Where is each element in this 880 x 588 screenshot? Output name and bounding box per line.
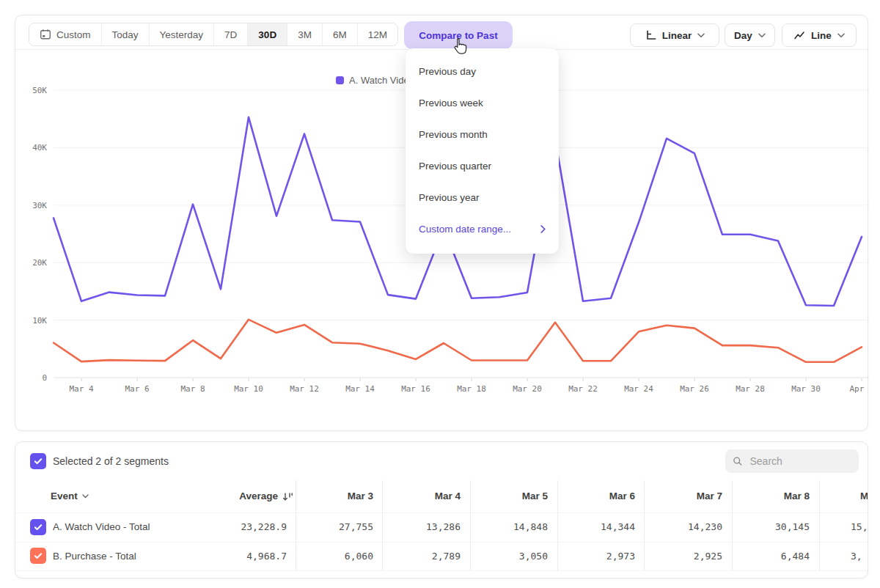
y-tick-label: 30K — [32, 201, 47, 210]
x-tick-label: Apr 1 — [849, 384, 869, 394]
table-row-a-watch-video-total: A. Watch Video - Total23,228.927,75513,2… — [15, 512, 868, 543]
chevron-down-icon — [837, 33, 845, 38]
x-tick-label: Mar 26 — [680, 384, 709, 394]
preset-label: Yesterday — [160, 29, 204, 40]
interval-dropdown[interactable]: Day — [725, 23, 775, 47]
sort-icon — [282, 492, 294, 501]
compare-menu: Previous dayPrevious weekPrevious monthP… — [406, 48, 559, 254]
column-header-event[interactable]: Event — [51, 480, 89, 512]
search-icon — [733, 455, 742, 467]
x-tick-label: Mar 18 — [457, 384, 486, 394]
cell-value: 14,230 — [688, 512, 722, 542]
average-value: 23,228.9 — [241, 512, 287, 542]
search-box[interactable] — [725, 449, 859, 473]
scale-label: Linear — [662, 30, 692, 41]
segment-label: B. Purchase - Total — [53, 542, 136, 570]
preset-7d[interactable]: 7D — [214, 23, 248, 45]
chart-type-label: Line — [811, 30, 832, 41]
compare-to-past-button[interactable]: Compare to Past — [406, 23, 510, 47]
chevron-down-icon — [758, 33, 766, 38]
scale-dropdown[interactable]: Linear — [630, 23, 719, 47]
chevron-right-icon — [540, 225, 546, 233]
x-tick-label: Mar 8 — [180, 384, 205, 394]
column-header-mar-6[interactable]: Mar 6 — [609, 480, 635, 512]
x-tick-label: Mar 30 — [791, 384, 821, 394]
check-icon — [34, 457, 43, 465]
x-tick-label: Mar 4 — [69, 384, 93, 394]
cell-value: 30,145 — [775, 512, 810, 542]
cell-value: 6,484 — [781, 542, 810, 570]
x-tick-label: Mar 28 — [736, 384, 765, 394]
menu-item-previous-month[interactable]: Previous month — [406, 119, 559, 150]
interval-label: Day — [734, 30, 752, 41]
column-header-mar-5[interactable]: Mar 5 — [522, 480, 548, 512]
cell-value: 13,286 — [426, 512, 461, 542]
preset-label: 30D — [258, 29, 276, 40]
header-label: Average — [239, 480, 278, 512]
chart-type-dropdown[interactable]: Line — [782, 23, 857, 47]
x-tick-label: Mar 14 — [345, 384, 375, 394]
check-icon — [34, 523, 43, 531]
x-tick-label: Mar 16 — [401, 384, 430, 394]
preset-3m[interactable]: 3M — [287, 23, 323, 45]
y-tick-label: 0 — [42, 373, 47, 383]
date-range-presets: CustomTodayYesterday7D30D3M6M12M — [29, 23, 398, 46]
x-tick-label: Mar 22 — [568, 384, 598, 394]
calendar-icon — [40, 29, 51, 40]
preset-yesterday[interactable]: Yesterday — [150, 23, 215, 45]
preset-6m[interactable]: 6M — [323, 23, 358, 45]
cell-value: 2,925 — [694, 542, 722, 570]
preset-12m[interactable]: 12M — [358, 23, 397, 45]
cell-value: 27,755 — [339, 512, 373, 542]
cell-value: 2,789 — [432, 542, 461, 570]
cell-value: 14,848 — [513, 512, 548, 542]
segments-card: Selected 2 of 2 segments EventAverageMar… — [15, 441, 868, 578]
cell-value-clipped: 3, — [851, 542, 862, 570]
menu-item-previous-quarter[interactable]: Previous quarter — [406, 150, 559, 182]
x-tick-label: Mar 24 — [624, 384, 653, 394]
menu-item-previous-day[interactable]: Previous day — [406, 56, 559, 87]
menu-item-previous-week[interactable]: Previous week — [406, 87, 559, 119]
cell-value: 14,344 — [601, 512, 635, 542]
search-input[interactable] — [748, 455, 851, 468]
menu-item-custom-date-range[interactable]: Custom date range... — [406, 213, 559, 245]
x-tick-label: Mar 10 — [234, 384, 263, 394]
series-line-b-purchase[interactable] — [54, 320, 862, 362]
cell-value: 2,973 — [606, 542, 635, 570]
cell-value: 3,050 — [519, 542, 548, 570]
column-header-average[interactable]: Average — [239, 480, 294, 512]
column-header-mar-3[interactable]: Mar 3 — [348, 480, 373, 512]
preset-30d[interactable]: 30D — [248, 23, 287, 45]
column-header-mar-8[interactable]: Mar 8 — [784, 480, 810, 512]
preset-label: 3M — [298, 29, 312, 40]
check-icon — [34, 552, 43, 559]
axes-icon — [645, 29, 656, 41]
selected-summary: Selected 2 of 2 segments — [53, 455, 169, 467]
menu-item-previous-year[interactable]: Previous year — [406, 182, 559, 213]
table-row-b-purchase-total: B. Purchase - Total4,968.76,0602,7893,05… — [15, 542, 868, 571]
header-label: Event — [51, 480, 78, 512]
line-chart-icon — [793, 30, 805, 40]
y-tick-label: 10K — [32, 316, 47, 326]
segment-checkbox[interactable] — [30, 548, 46, 564]
select-all-checkbox[interactable] — [30, 453, 46, 469]
preset-custom[interactable]: Custom — [29, 23, 102, 45]
preset-label: 6M — [333, 29, 347, 40]
preset-label: Custom — [56, 29, 91, 40]
y-tick-label: 50K — [32, 86, 47, 95]
column-header-mar-7[interactable]: Mar 7 — [697, 480, 722, 512]
x-tick-label: Mar 20 — [513, 384, 542, 394]
segment-label: A. Watch Video - Total — [53, 512, 150, 542]
segments-table: EventAverageMar 3Mar 4Mar 5Mar 6Mar 7Mar… — [15, 480, 868, 570]
preset-label: 12M — [368, 29, 387, 40]
segment-checkbox[interactable] — [30, 519, 46, 535]
preset-label: 7D — [224, 29, 237, 40]
chevron-down-icon — [82, 494, 89, 499]
column-header-clipped: M — [860, 480, 868, 512]
preset-today[interactable]: Today — [102, 23, 150, 45]
column-header-mar-4[interactable]: Mar 4 — [435, 480, 461, 512]
x-tick-label: Mar 12 — [290, 384, 319, 394]
table-header-row: EventAverageMar 3Mar 4Mar 5Mar 6Mar 7Mar… — [15, 480, 868, 513]
cell-value: 6,060 — [345, 542, 373, 570]
y-tick-label: 40K — [32, 143, 47, 152]
